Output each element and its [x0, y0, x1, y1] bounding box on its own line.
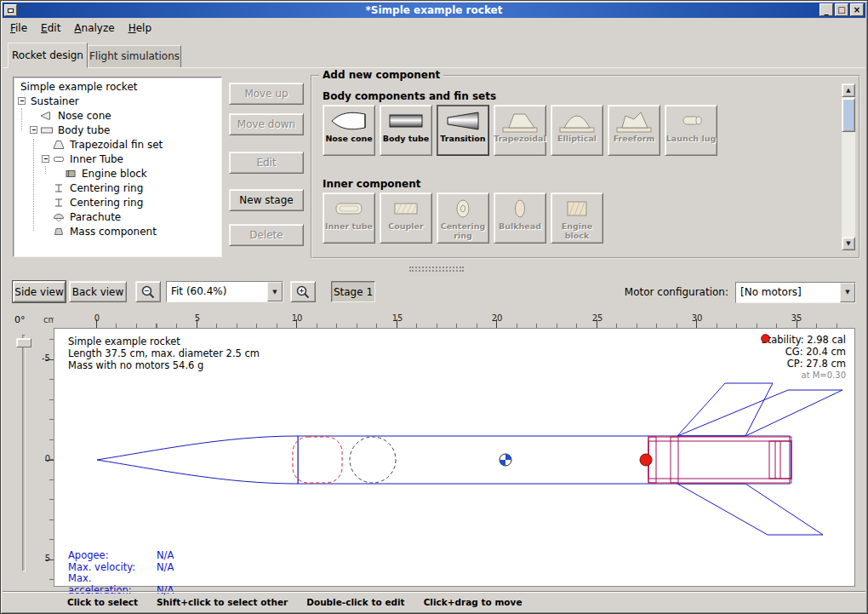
tree-item-body-tube[interactable]: Body tube — [14, 123, 221, 137]
menu-file[interactable]: File — [3, 20, 34, 37]
collapse-toggle-icon[interactable] — [30, 126, 37, 134]
add-transition-button[interactable]: Transition — [437, 105, 489, 156]
component-panel-scrollbar[interactable]: ▲ ▼ — [842, 83, 855, 250]
body-tube-icon — [387, 108, 425, 134]
fin-set-icon — [52, 140, 66, 150]
nose-cone-icon — [330, 108, 368, 134]
hint-click-drag: Click+drag to move — [424, 597, 523, 607]
zoom-in-icon — [295, 284, 311, 300]
rocket-design-panel: Simple example rocket Sustainer Nose con… — [3, 67, 865, 266]
launch-lug-icon — [672, 108, 710, 134]
rotation-value: 0° — [14, 314, 26, 325]
tree-item-trapezoidal-fin-set[interactable]: Trapezoidal fin set — [14, 137, 221, 152]
flight-statistics: Apogee:N/A Max. velocity:N/A Max. accele… — [68, 550, 174, 596]
rotation-slider-thumb[interactable] — [16, 338, 31, 347]
stage-1-toggle[interactable]: Stage 1 — [331, 281, 375, 302]
collapse-toggle-icon[interactable] — [18, 97, 26, 105]
rocket-info-text: Simple example rocket Length 37.5 cm, ma… — [68, 336, 260, 371]
inner-component-label: Inner component — [323, 178, 420, 190]
rotation-slider[interactable] — [22, 335, 26, 571]
back-view-button[interactable]: Back view — [69, 281, 127, 302]
menu-edit[interactable]: Edit — [34, 20, 67, 37]
menu-help[interactable]: Help — [122, 20, 158, 37]
tree-item-simple-example-rocket[interactable]: Simple example rocket — [14, 79, 221, 94]
tree-item-engine-block[interactable]: Engine block — [14, 166, 221, 181]
menu-analyze[interactable]: Analyze — [67, 20, 121, 37]
add-coupler-button[interactable]: Coupler — [380, 192, 432, 244]
add-launch-lug-button[interactable]: Launch lug — [665, 105, 717, 156]
window-title: *Simple example rocket — [3, 3, 865, 18]
tree-item-parachute[interactable]: Parachute — [14, 209, 221, 224]
close-button[interactable]: × — [850, 3, 864, 16]
parachute-icon — [52, 212, 66, 222]
move-down-button[interactable]: Move down — [229, 113, 304, 135]
coupler-icon — [387, 196, 425, 221]
cg-value: CG: 20.4 cm — [785, 346, 846, 358]
tree-item-nose-cone[interactable]: Nose cone — [14, 108, 221, 123]
splitter-handle[interactable] — [409, 267, 464, 272]
side-view-button[interactable]: Side view — [13, 281, 66, 302]
chevron-down-icon[interactable]: ▼ — [267, 282, 283, 301]
horizontal-ruler: 0 5 10 15 20 25 30 35 — [54, 314, 855, 328]
mass-component-icon — [52, 227, 66, 237]
body-tube-icon — [40, 125, 54, 135]
add-centering-ring-button[interactable]: Centering ring — [437, 192, 489, 244]
stability-info: Stability: 2.98 cal CG: 20.4 cm CP: 27.8… — [761, 334, 846, 382]
scroll-down-icon[interactable]: ▼ — [842, 237, 855, 250]
tree-item-centering-ring-2[interactable]: Centering ring — [14, 195, 221, 209]
mach-condition: at M=0.30 — [761, 370, 846, 382]
delete-button[interactable]: Delete — [229, 224, 304, 246]
move-up-button[interactable]: Move up — [229, 83, 304, 105]
zoom-in-button[interactable] — [290, 281, 316, 302]
cg-icon — [774, 347, 783, 356]
add-freeform-fin-button[interactable]: Freeform — [608, 105, 660, 156]
edit-button[interactable]: Edit — [229, 152, 304, 174]
add-elliptical-fin-button[interactable]: Elliptical — [551, 105, 603, 156]
tab-flight-simulations[interactable]: Flight simulations — [88, 45, 181, 68]
component-tree[interactable]: Simple example rocket Sustainer Nose con… — [13, 77, 222, 257]
bulkhead-icon — [501, 196, 539, 221]
rocket-view-panel: 0° cm 0 5 10 15 20 25 30 35 -5 0 5 — [8, 309, 862, 590]
collapse-toggle-icon[interactable] — [42, 155, 49, 163]
cp-icon — [775, 359, 785, 368]
add-body-tube-button[interactable]: Body tube — [380, 105, 432, 156]
inner-tube-icon — [52, 154, 66, 164]
stability-value: Stability: 2.98 cal — [761, 334, 846, 346]
engine-block-icon — [64, 169, 77, 179]
add-nose-cone-button[interactable]: Nose cone — [323, 105, 375, 156]
rocket-canvas[interactable]: Simple example rocket Length 37.5 cm, ma… — [54, 328, 855, 587]
engine-block-icon — [558, 196, 596, 221]
zoom-out-icon — [140, 284, 156, 300]
nose-cone-icon — [40, 111, 54, 121]
centering-ring-icon — [444, 196, 482, 221]
trapezoidal-fin-icon — [501, 108, 539, 134]
scroll-up-icon[interactable]: ▲ — [842, 83, 855, 97]
vertical-ruler: -5 0 5 — [42, 328, 54, 587]
title-bar[interactable]: *Simple example rocket _ □ × — [3, 3, 865, 18]
add-inner-tube-button[interactable]: Inner tube — [323, 192, 375, 244]
chevron-down-icon[interactable]: ▼ — [840, 283, 855, 302]
scrollbar-thumb[interactable] — [842, 98, 855, 132]
tab-rocket-design[interactable]: Rocket design — [8, 43, 88, 68]
menu-bar: File Edit Analyze Help — [3, 19, 865, 38]
motor-configuration-label: Motor configuration: — [625, 286, 728, 298]
tree-item-inner-tube[interactable]: Inner Tube — [14, 152, 221, 166]
minimize-button[interactable]: _ — [819, 3, 833, 16]
add-new-component-group: Add new component Body components and fi… — [311, 75, 860, 259]
add-bulkhead-button[interactable]: Bulkhead — [494, 192, 546, 244]
add-trapezoidal-fin-button[interactable]: Trapezoidal — [494, 105, 546, 156]
body-components-label: Body components and fin sets — [323, 90, 496, 102]
tree-item-centering-ring-1[interactable]: Centering ring — [14, 181, 221, 195]
zoom-out-button[interactable] — [135, 281, 161, 302]
window-menu-icon[interactable] — [4, 4, 17, 16]
inner-tube-icon — [330, 196, 368, 221]
zoom-level-select[interactable]: Fit (60.4%) ▼ — [166, 281, 283, 302]
motor-configuration-select[interactable]: [No motors] ▼ — [735, 282, 856, 303]
tree-item-mass-component[interactable]: Mass component — [14, 224, 221, 238]
maximize-button[interactable]: □ — [835, 3, 848, 16]
add-engine-block-button[interactable]: Engine block — [551, 192, 603, 244]
elliptical-fin-icon — [558, 108, 596, 134]
tree-item-sustainer[interactable]: Sustainer — [14, 94, 221, 108]
freeform-fin-icon — [615, 108, 653, 134]
new-stage-button[interactable]: New stage — [229, 189, 304, 211]
